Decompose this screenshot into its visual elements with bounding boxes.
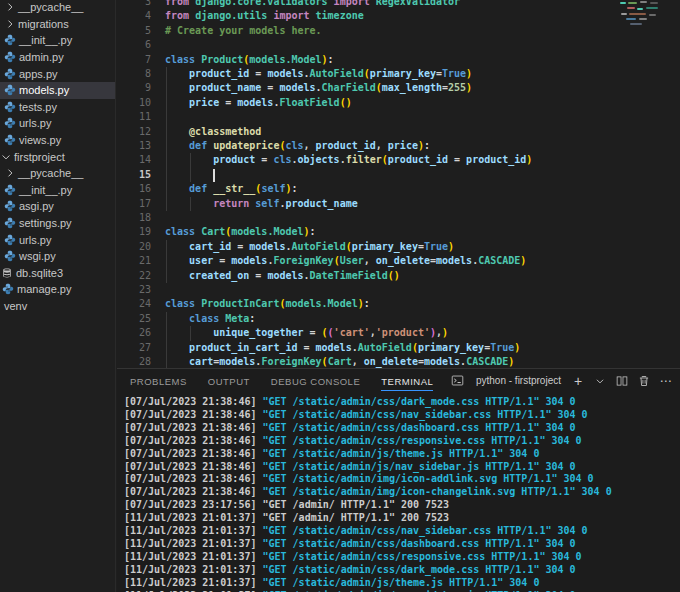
chevron-down-icon: [0, 151, 12, 163]
terminal-dropdown-button[interactable]: [593, 374, 607, 388]
panel-tab-debug-console[interactable]: DEBUG CONSOLE: [271, 371, 360, 391]
code-line-17: 17 return self.product_name: [117, 197, 680, 211]
code-line-12: 12 @classmethod: [117, 125, 680, 139]
terminal-log-line: [07/Jul/2023 21:38:46] "GET /static/admi…: [124, 473, 680, 486]
panel-tab-output[interactable]: OUTPUT: [208, 371, 250, 391]
code-editor[interactable]: 3from django.core.validators import Rege…: [117, 0, 680, 368]
new-terminal-button[interactable]: +: [571, 374, 585, 388]
file-item-tests-py[interactable]: tests.py: [0, 99, 115, 116]
minimap-mark: [621, 13, 627, 15]
terminal-log-line: [07/Jul/2023 21:38:46] "GET /static/admi…: [124, 422, 680, 435]
terminal-log-line: [11/Jul/2023 21:01:37] "GET /static/admi…: [124, 564, 680, 577]
line-number: 13: [117, 139, 151, 153]
code-line-8: 8 product_id = models.AutoField(primary_…: [117, 67, 680, 81]
terminal-log-line: [07/Jul/2023 21:38:46] "GET /static/admi…: [124, 448, 680, 461]
indent-guide: [166, 168, 167, 182]
minimap-mark: [637, 8, 643, 10]
code-line-21: 21 user = models.ForeignKey(User, on_del…: [117, 254, 680, 268]
line-number: 17: [117, 197, 151, 211]
file-item-settings-py[interactable]: settings.py: [0, 215, 115, 232]
file-item-db-sqlite3[interactable]: db.sqlite3: [0, 265, 115, 282]
line-number: 16: [117, 182, 151, 196]
line-number: 7: [117, 53, 151, 67]
panel-tab-bar: PROBLEMSOUTPUTDEBUG CONSOLETERMINAL pyth…: [117, 369, 680, 392]
chevron-right-icon: [4, 18, 16, 30]
terminal-log-line: [11/Jul/2023 21:01:37] "GET /static/admi…: [124, 551, 680, 564]
file-item--init-py[interactable]: __init__.py: [0, 182, 115, 199]
text-cursor: [213, 169, 215, 182]
file-item-label: db.sqlite3: [16, 267, 63, 279]
minimap-mark: [620, 2, 626, 4]
code-line-10: 10 price = models.FloatField(): [117, 96, 680, 110]
file-tree: __pycache__migrations__init__.pyadmin.py…: [0, 0, 115, 314]
line-number: 12: [117, 125, 151, 139]
panel-tabs: PROBLEMSOUTPUTDEBUG CONSOLETERMINAL: [130, 371, 454, 391]
file-item-urls-py[interactable]: urls.py: [0, 115, 115, 132]
code-line-3: 3from django.core.validators import Rege…: [117, 0, 680, 9]
line-number: 25: [117, 312, 151, 326]
split-terminal-button[interactable]: [615, 374, 629, 388]
line-number: 28: [117, 355, 151, 368]
line-number: 23: [117, 283, 151, 297]
code-line-22: 22 created_on = models.DateTimeField(): [117, 269, 680, 283]
file-item-label: __init__.py: [19, 34, 72, 46]
python-icon: [4, 34, 16, 46]
file-item-migrations[interactable]: migrations: [0, 16, 115, 33]
terminal-session-label[interactable]: python - firstproject: [476, 375, 561, 386]
file-item-apps-py[interactable]: apps.py: [0, 65, 115, 82]
line-number: 20: [117, 240, 151, 254]
python-icon: [4, 217, 16, 229]
minimap-mark: [649, 14, 656, 16]
python-icon: [4, 234, 16, 246]
minimap-mark: [646, 7, 658, 9]
file-item-label: urls.py: [19, 117, 51, 129]
code-line-4: 4from django.utils import timezone: [117, 9, 680, 23]
file-item-label: admin.py: [19, 51, 64, 63]
file-item-wsgi-py[interactable]: wsgi.py: [0, 248, 115, 265]
panel-tab-terminal[interactable]: TERMINAL: [381, 371, 433, 391]
code-line-13: 13 def updateprice(cls, product_id, pric…: [117, 139, 680, 153]
terminal-log-line: [11/Jul/2023 21:01:37] "GET /static/admi…: [124, 577, 680, 590]
terminal-output[interactable]: [07/Jul/2023 21:38:46] "GET /static/admi…: [117, 393, 680, 592]
line-number: 24: [117, 297, 151, 311]
file-item-manage-py[interactable]: manage.py: [0, 281, 115, 298]
panel-tab-problems[interactable]: PROBLEMS: [130, 371, 187, 391]
file-item-label: asgi.py: [19, 200, 54, 212]
minimap-mark: [650, 2, 658, 4]
minimap-mark: [628, 2, 637, 4]
file-item-venv[interactable]: venv: [0, 298, 115, 315]
line-number: 5: [117, 24, 151, 38]
line-number: 22: [117, 269, 151, 283]
file-item-label: __pycache__: [18, 167, 83, 179]
code-line-6: 6: [117, 38, 680, 52]
file-item--pycache-[interactable]: __pycache__: [0, 0, 115, 16]
terminal-log-line: [07/Jul/2023 21:38:46] "GET /static/admi…: [124, 435, 680, 448]
python-icon: [4, 51, 16, 63]
file-item-label: views.py: [19, 134, 61, 146]
code-line-11: 11: [117, 110, 680, 124]
file-item-label: migrations: [18, 18, 69, 30]
python-icon: [4, 68, 16, 80]
file-item--pycache-[interactable]: __pycache__: [0, 165, 115, 182]
code-line-27: 27 product_in_cart_id = models.AutoField…: [117, 341, 680, 355]
file-item-asgi-py[interactable]: asgi.py: [0, 198, 115, 215]
file-item-firstproject[interactable]: firstproject: [0, 148, 115, 165]
kill-terminal-button[interactable]: [637, 374, 651, 388]
python-icon: [4, 250, 16, 262]
file-item-urls-py[interactable]: urls.py: [0, 231, 115, 248]
file-item-models-py[interactable]: models.py: [0, 82, 115, 99]
minimap-mark: [630, 23, 642, 25]
file-item-admin-py[interactable]: admin.py: [0, 49, 115, 66]
terminal-log-line: [07/Jul/2023 23:17:56] "GET /admin/ HTTP…: [124, 499, 680, 512]
code-line-5: 5# Create your models here.: [117, 24, 680, 38]
file-item--init-py[interactable]: __init__.py: [0, 32, 115, 49]
file-item-views-py[interactable]: views.py: [0, 132, 115, 149]
python-icon: [4, 200, 16, 212]
more-actions-button[interactable]: ⋯: [659, 374, 673, 388]
minimap-mark: [639, 18, 647, 20]
terminal-log-line: [11/Jul/2023 21:01:37] "GET /admin/ HTTP…: [124, 512, 680, 525]
code-line-19: 19class Cart(models.Model):: [117, 225, 680, 239]
line-number: 18: [117, 211, 151, 225]
terminal-log-line: [11/Jul/2023 21:01:37] "GET /static/admi…: [124, 538, 680, 551]
line-number: 6: [117, 38, 151, 52]
